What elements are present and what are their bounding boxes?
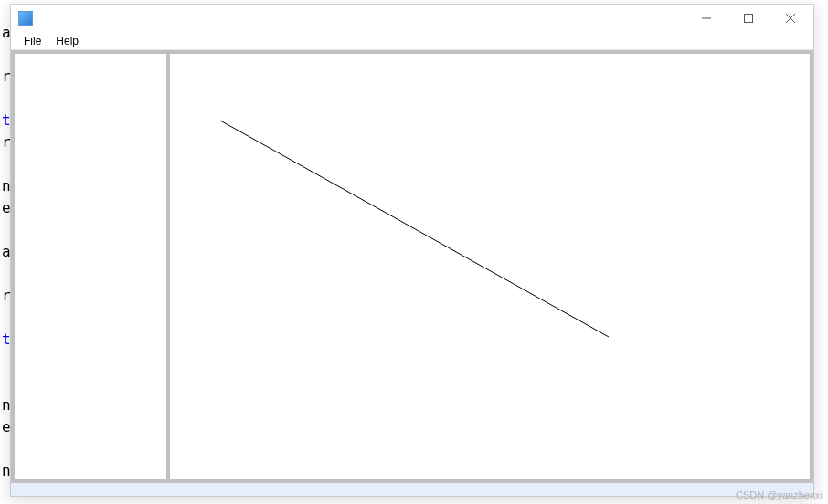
menubar: File Help	[11, 32, 813, 50]
maximize-button[interactable]	[727, 5, 770, 32]
svg-rect-1	[745, 15, 753, 23]
minimize-button[interactable]	[685, 5, 727, 32]
drawing-canvas[interactable]	[170, 54, 810, 479]
menu-help[interactable]: Help	[48, 34, 86, 48]
menu-file[interactable]: File	[16, 34, 48, 48]
watermark: CSDN @yanzhenxi	[736, 489, 823, 500]
titlebar[interactable]	[11, 5, 813, 32]
statusbar	[11, 483, 813, 496]
line-segment	[220, 121, 609, 337]
drawn-line	[170, 54, 810, 479]
client-area	[11, 50, 813, 483]
close-button[interactable]	[770, 5, 812, 32]
app-window: File Help	[10, 4, 814, 497]
window-controls	[685, 5, 812, 32]
left-panel[interactable]	[15, 54, 166, 479]
app-icon	[18, 11, 33, 26]
